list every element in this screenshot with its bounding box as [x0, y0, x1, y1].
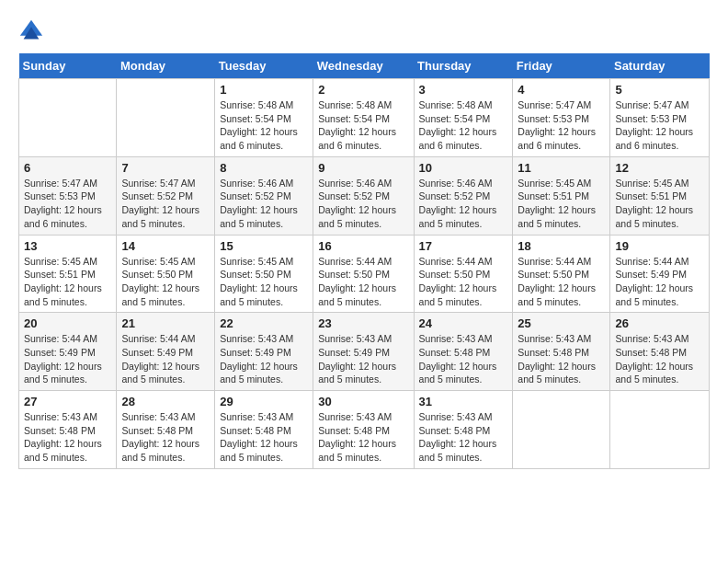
day-info: Sunrise: 5:46 AMSunset: 5:52 PMDaylight:… — [220, 178, 298, 229]
calendar-cell: 7 Sunrise: 5:47 AMSunset: 5:52 PMDayligh… — [117, 156, 215, 235]
calendar-cell — [19, 79, 117, 157]
day-number: 13 — [24, 239, 111, 253]
calendar-cell: 2 Sunrise: 5:48 AMSunset: 5:54 PMDayligh… — [313, 79, 414, 157]
day-info: Sunrise: 5:47 AMSunset: 5:52 PMDaylight:… — [121, 178, 199, 229]
calendar-cell: 5 Sunrise: 5:47 AMSunset: 5:53 PMDayligh… — [610, 79, 710, 157]
logo — [18, 18, 48, 44]
day-info: Sunrise: 5:44 AMSunset: 5:50 PMDaylight:… — [518, 256, 596, 307]
calendar-cell: 31 Sunrise: 5:43 AMSunset: 5:48 PMDaylig… — [414, 391, 513, 469]
day-info: Sunrise: 5:46 AMSunset: 5:52 PMDaylight:… — [318, 178, 396, 229]
day-info: Sunrise: 5:43 AMSunset: 5:48 PMDaylight:… — [24, 411, 102, 463]
day-number: 31 — [419, 395, 508, 408]
day-number: 11 — [518, 161, 605, 175]
day-number: 6 — [24, 161, 111, 175]
calendar-cell: 24 Sunrise: 5:43 AMSunset: 5:48 PMDaylig… — [414, 313, 513, 391]
day-info: Sunrise: 5:48 AMSunset: 5:54 PMDaylight:… — [318, 99, 396, 151]
calendar-cell: 19 Sunrise: 5:44 AMSunset: 5:49 PMDaylig… — [610, 235, 710, 313]
calendar-cell: 17 Sunrise: 5:44 AMSunset: 5:50 PMDaylig… — [414, 235, 513, 313]
calendar-cell: 23 Sunrise: 5:43 AMSunset: 5:49 PMDaylig… — [313, 313, 414, 391]
calendar-cell: 27 Sunrise: 5:43 AMSunset: 5:48 PMDaylig… — [19, 391, 117, 469]
calendar-cell: 18 Sunrise: 5:44 AMSunset: 5:50 PMDaylig… — [513, 235, 610, 313]
calendar-cell: 9 Sunrise: 5:46 AMSunset: 5:52 PMDayligh… — [313, 156, 414, 235]
day-info: Sunrise: 5:47 AMSunset: 5:53 PMDaylight:… — [615, 99, 693, 151]
day-info: Sunrise: 5:44 AMSunset: 5:50 PMDaylight:… — [419, 256, 497, 307]
calendar-cell: 14 Sunrise: 5:45 AMSunset: 5:50 PMDaylig… — [117, 235, 215, 313]
day-number: 8 — [220, 161, 308, 175]
day-info: Sunrise: 5:43 AMSunset: 5:48 PMDaylight:… — [419, 411, 497, 463]
day-number: 15 — [220, 239, 308, 253]
day-number: 24 — [419, 316, 508, 330]
day-number: 7 — [121, 161, 210, 175]
logo-icon — [18, 18, 44, 44]
day-info: Sunrise: 5:43 AMSunset: 5:49 PMDaylight:… — [318, 333, 396, 385]
day-number: 2 — [318, 83, 408, 97]
day-number: 9 — [318, 161, 408, 175]
calendar-cell: 15 Sunrise: 5:45 AMSunset: 5:50 PMDaylig… — [215, 235, 313, 313]
header-friday: Friday — [513, 53, 610, 79]
day-info: Sunrise: 5:47 AMSunset: 5:53 PMDaylight:… — [518, 99, 596, 151]
day-number: 30 — [318, 395, 408, 408]
day-number: 23 — [318, 316, 408, 330]
day-number: 27 — [24, 395, 111, 408]
day-number: 14 — [121, 239, 210, 253]
day-number: 25 — [518, 316, 605, 330]
calendar-cell: 16 Sunrise: 5:44 AMSunset: 5:50 PMDaylig… — [313, 235, 414, 313]
day-info: Sunrise: 5:45 AMSunset: 5:50 PMDaylight:… — [220, 256, 298, 307]
header-monday: Monday — [117, 53, 215, 79]
header-thursday: Thursday — [414, 53, 513, 79]
day-info: Sunrise: 5:43 AMSunset: 5:48 PMDaylight:… — [220, 411, 298, 463]
day-number: 16 — [318, 239, 408, 253]
calendar-cell: 29 Sunrise: 5:43 AMSunset: 5:48 PMDaylig… — [215, 391, 313, 469]
calendar-week-2: 6 Sunrise: 5:47 AMSunset: 5:53 PMDayligh… — [19, 156, 710, 235]
day-number: 20 — [24, 316, 111, 330]
calendar-week-3: 13 Sunrise: 5:45 AMSunset: 5:51 PMDaylig… — [19, 235, 710, 313]
day-info: Sunrise: 5:43 AMSunset: 5:48 PMDaylight:… — [121, 411, 199, 463]
day-number: 12 — [615, 161, 704, 175]
day-number: 22 — [220, 316, 308, 330]
day-info: Sunrise: 5:44 AMSunset: 5:49 PMDaylight:… — [121, 333, 199, 385]
calendar-week-1: 1 Sunrise: 5:48 AMSunset: 5:54 PMDayligh… — [19, 79, 710, 157]
day-number: 5 — [615, 83, 704, 97]
day-number: 19 — [615, 239, 704, 253]
day-info: Sunrise: 5:45 AMSunset: 5:50 PMDaylight:… — [121, 256, 199, 307]
day-number: 17 — [419, 239, 508, 253]
day-info: Sunrise: 5:45 AMSunset: 5:51 PMDaylight:… — [615, 178, 693, 229]
calendar-cell: 22 Sunrise: 5:43 AMSunset: 5:49 PMDaylig… — [215, 313, 313, 391]
day-info: Sunrise: 5:43 AMSunset: 5:48 PMDaylight:… — [615, 333, 693, 385]
page-header — [18, 18, 710, 44]
day-number: 3 — [419, 83, 508, 97]
calendar-cell: 20 Sunrise: 5:44 AMSunset: 5:49 PMDaylig… — [19, 313, 117, 391]
calendar-cell: 3 Sunrise: 5:48 AMSunset: 5:54 PMDayligh… — [414, 79, 513, 157]
day-info: Sunrise: 5:48 AMSunset: 5:54 PMDaylight:… — [220, 99, 298, 151]
calendar-cell: 12 Sunrise: 5:45 AMSunset: 5:51 PMDaylig… — [610, 156, 710, 235]
day-info: Sunrise: 5:44 AMSunset: 5:49 PMDaylight:… — [24, 333, 102, 385]
calendar-cell — [610, 391, 710, 469]
calendar-cell — [513, 391, 610, 469]
calendar-cell: 1 Sunrise: 5:48 AMSunset: 5:54 PMDayligh… — [215, 79, 313, 157]
day-number: 29 — [220, 395, 308, 408]
calendar-table: SundayMondayTuesdayWednesdayThursdayFrid… — [18, 53, 710, 469]
day-info: Sunrise: 5:48 AMSunset: 5:54 PMDaylight:… — [419, 99, 497, 151]
calendar-week-5: 27 Sunrise: 5:43 AMSunset: 5:48 PMDaylig… — [19, 391, 710, 469]
day-info: Sunrise: 5:43 AMSunset: 5:48 PMDaylight:… — [318, 411, 396, 463]
day-info: Sunrise: 5:45 AMSunset: 5:51 PMDaylight:… — [24, 256, 102, 307]
day-info: Sunrise: 5:45 AMSunset: 5:51 PMDaylight:… — [518, 178, 596, 229]
calendar-cell: 25 Sunrise: 5:43 AMSunset: 5:48 PMDaylig… — [513, 313, 610, 391]
calendar-cell: 26 Sunrise: 5:43 AMSunset: 5:48 PMDaylig… — [610, 313, 710, 391]
day-info: Sunrise: 5:44 AMSunset: 5:49 PMDaylight:… — [615, 256, 693, 307]
calendar-cell: 4 Sunrise: 5:47 AMSunset: 5:53 PMDayligh… — [513, 79, 610, 157]
day-info: Sunrise: 5:47 AMSunset: 5:53 PMDaylight:… — [24, 178, 102, 229]
day-info: Sunrise: 5:43 AMSunset: 5:49 PMDaylight:… — [220, 333, 298, 385]
calendar-cell: 10 Sunrise: 5:46 AMSunset: 5:52 PMDaylig… — [414, 156, 513, 235]
day-number: 28 — [121, 395, 210, 408]
calendar-cell — [117, 79, 215, 157]
calendar-cell: 13 Sunrise: 5:45 AMSunset: 5:51 PMDaylig… — [19, 235, 117, 313]
day-info: Sunrise: 5:43 AMSunset: 5:48 PMDaylight:… — [518, 333, 596, 385]
day-number: 21 — [121, 316, 210, 330]
day-number: 10 — [419, 161, 508, 175]
day-number: 18 — [518, 239, 605, 253]
header-sunday: Sunday — [19, 53, 117, 79]
day-number: 1 — [220, 83, 308, 97]
day-info: Sunrise: 5:46 AMSunset: 5:52 PMDaylight:… — [419, 178, 497, 229]
calendar-header-row: SundayMondayTuesdayWednesdayThursdayFrid… — [19, 53, 710, 79]
